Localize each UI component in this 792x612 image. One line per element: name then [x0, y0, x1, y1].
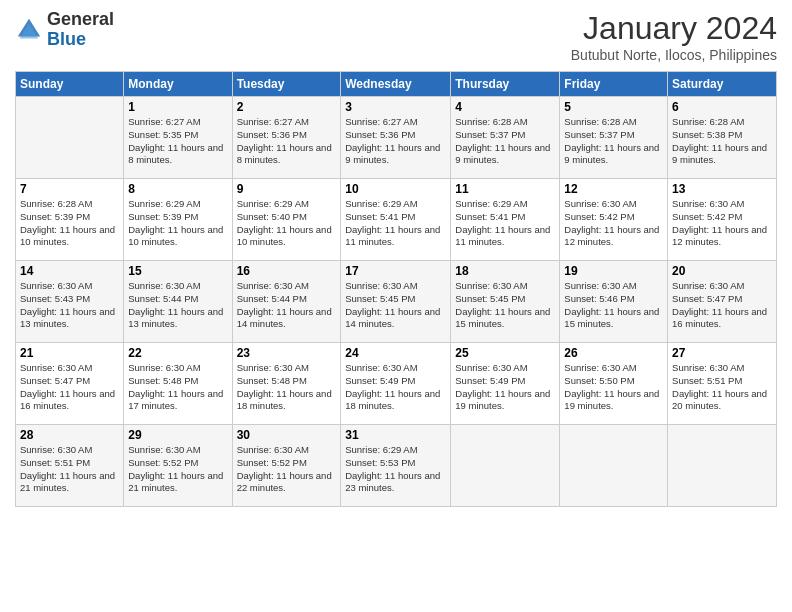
- calendar-cell: 1Sunrise: 6:27 AMSunset: 5:35 PMDaylight…: [124, 97, 232, 179]
- calendar-cell: [668, 425, 777, 507]
- day-number: 9: [237, 182, 337, 196]
- day-info: Sunrise: 6:30 AMSunset: 5:50 PMDaylight:…: [564, 362, 659, 411]
- calendar-cell: 24Sunrise: 6:30 AMSunset: 5:49 PMDayligh…: [341, 343, 451, 425]
- day-number: 12: [564, 182, 663, 196]
- day-info: Sunrise: 6:28 AMSunset: 5:39 PMDaylight:…: [20, 198, 115, 247]
- day-header-sunday: Sunday: [16, 72, 124, 97]
- calendar-cell: [451, 425, 560, 507]
- calendar-week-row: 21Sunrise: 6:30 AMSunset: 5:47 PMDayligh…: [16, 343, 777, 425]
- day-number: 23: [237, 346, 337, 360]
- day-number: 6: [672, 100, 772, 114]
- page-container: General Blue January 2024 Butubut Norte,…: [0, 0, 792, 517]
- day-number: 16: [237, 264, 337, 278]
- day-info: Sunrise: 6:28 AMSunset: 5:37 PMDaylight:…: [455, 116, 550, 165]
- calendar-cell: 7Sunrise: 6:28 AMSunset: 5:39 PMDaylight…: [16, 179, 124, 261]
- day-header-wednesday: Wednesday: [341, 72, 451, 97]
- day-header-friday: Friday: [560, 72, 668, 97]
- calendar-cell: 4Sunrise: 6:28 AMSunset: 5:37 PMDaylight…: [451, 97, 560, 179]
- logo-general-text: General: [47, 9, 114, 29]
- calendar-cell: 11Sunrise: 6:29 AMSunset: 5:41 PMDayligh…: [451, 179, 560, 261]
- day-number: 4: [455, 100, 555, 114]
- calendar-header-row: SundayMondayTuesdayWednesdayThursdayFrid…: [16, 72, 777, 97]
- day-info: Sunrise: 6:29 AMSunset: 5:40 PMDaylight:…: [237, 198, 332, 247]
- day-number: 17: [345, 264, 446, 278]
- day-number: 2: [237, 100, 337, 114]
- calendar-cell: 21Sunrise: 6:30 AMSunset: 5:47 PMDayligh…: [16, 343, 124, 425]
- day-number: 1: [128, 100, 227, 114]
- calendar-cell: 13Sunrise: 6:30 AMSunset: 5:42 PMDayligh…: [668, 179, 777, 261]
- day-number: 29: [128, 428, 227, 442]
- calendar-cell: 25Sunrise: 6:30 AMSunset: 5:49 PMDayligh…: [451, 343, 560, 425]
- calendar-cell: 31Sunrise: 6:29 AMSunset: 5:53 PMDayligh…: [341, 425, 451, 507]
- calendar-cell: 2Sunrise: 6:27 AMSunset: 5:36 PMDaylight…: [232, 97, 341, 179]
- calendar-week-row: 28Sunrise: 6:30 AMSunset: 5:51 PMDayligh…: [16, 425, 777, 507]
- day-info: Sunrise: 6:28 AMSunset: 5:38 PMDaylight:…: [672, 116, 767, 165]
- day-header-monday: Monday: [124, 72, 232, 97]
- calendar-cell: 27Sunrise: 6:30 AMSunset: 5:51 PMDayligh…: [668, 343, 777, 425]
- day-info: Sunrise: 6:30 AMSunset: 5:49 PMDaylight:…: [345, 362, 440, 411]
- day-info: Sunrise: 6:30 AMSunset: 5:42 PMDaylight:…: [564, 198, 659, 247]
- calendar-cell: 12Sunrise: 6:30 AMSunset: 5:42 PMDayligh…: [560, 179, 668, 261]
- day-number: 13: [672, 182, 772, 196]
- header-area: General Blue January 2024 Butubut Norte,…: [15, 10, 777, 63]
- day-info: Sunrise: 6:30 AMSunset: 5:46 PMDaylight:…: [564, 280, 659, 329]
- day-number: 3: [345, 100, 446, 114]
- day-header-saturday: Saturday: [668, 72, 777, 97]
- calendar-cell: 15Sunrise: 6:30 AMSunset: 5:44 PMDayligh…: [124, 261, 232, 343]
- location-subtitle: Butubut Norte, Ilocos, Philippines: [571, 47, 777, 63]
- calendar-cell: 26Sunrise: 6:30 AMSunset: 5:50 PMDayligh…: [560, 343, 668, 425]
- day-number: 20: [672, 264, 772, 278]
- calendar-cell: 5Sunrise: 6:28 AMSunset: 5:37 PMDaylight…: [560, 97, 668, 179]
- day-info: Sunrise: 6:28 AMSunset: 5:37 PMDaylight:…: [564, 116, 659, 165]
- calendar-cell: 16Sunrise: 6:30 AMSunset: 5:44 PMDayligh…: [232, 261, 341, 343]
- calendar-table: SundayMondayTuesdayWednesdayThursdayFrid…: [15, 71, 777, 507]
- day-info: Sunrise: 6:27 AMSunset: 5:36 PMDaylight:…: [237, 116, 332, 165]
- calendar-week-row: 14Sunrise: 6:30 AMSunset: 5:43 PMDayligh…: [16, 261, 777, 343]
- calendar-cell: 20Sunrise: 6:30 AMSunset: 5:47 PMDayligh…: [668, 261, 777, 343]
- day-number: 21: [20, 346, 119, 360]
- day-number: 8: [128, 182, 227, 196]
- day-number: 18: [455, 264, 555, 278]
- day-info: Sunrise: 6:30 AMSunset: 5:45 PMDaylight:…: [345, 280, 440, 329]
- day-number: 30: [237, 428, 337, 442]
- day-info: Sunrise: 6:30 AMSunset: 5:49 PMDaylight:…: [455, 362, 550, 411]
- day-info: Sunrise: 6:29 AMSunset: 5:41 PMDaylight:…: [345, 198, 440, 247]
- calendar-cell: [560, 425, 668, 507]
- calendar-cell: 30Sunrise: 6:30 AMSunset: 5:52 PMDayligh…: [232, 425, 341, 507]
- calendar-cell: 14Sunrise: 6:30 AMSunset: 5:43 PMDayligh…: [16, 261, 124, 343]
- day-info: Sunrise: 6:30 AMSunset: 5:42 PMDaylight:…: [672, 198, 767, 247]
- logo-icon: [15, 16, 43, 44]
- day-info: Sunrise: 6:30 AMSunset: 5:51 PMDaylight:…: [672, 362, 767, 411]
- day-number: 11: [455, 182, 555, 196]
- calendar-week-row: 7Sunrise: 6:28 AMSunset: 5:39 PMDaylight…: [16, 179, 777, 261]
- calendar-cell: 19Sunrise: 6:30 AMSunset: 5:46 PMDayligh…: [560, 261, 668, 343]
- day-info: Sunrise: 6:30 AMSunset: 5:47 PMDaylight:…: [672, 280, 767, 329]
- day-info: Sunrise: 6:30 AMSunset: 5:48 PMDaylight:…: [128, 362, 223, 411]
- calendar-cell: 22Sunrise: 6:30 AMSunset: 5:48 PMDayligh…: [124, 343, 232, 425]
- day-number: 7: [20, 182, 119, 196]
- day-number: 14: [20, 264, 119, 278]
- calendar-cell: 8Sunrise: 6:29 AMSunset: 5:39 PMDaylight…: [124, 179, 232, 261]
- day-number: 22: [128, 346, 227, 360]
- calendar-cell: 17Sunrise: 6:30 AMSunset: 5:45 PMDayligh…: [341, 261, 451, 343]
- day-number: 10: [345, 182, 446, 196]
- month-title: January 2024: [571, 10, 777, 47]
- calendar-cell: 28Sunrise: 6:30 AMSunset: 5:51 PMDayligh…: [16, 425, 124, 507]
- day-number: 19: [564, 264, 663, 278]
- day-info: Sunrise: 6:29 AMSunset: 5:53 PMDaylight:…: [345, 444, 440, 493]
- day-info: Sunrise: 6:27 AMSunset: 5:35 PMDaylight:…: [128, 116, 223, 165]
- calendar-cell: [16, 97, 124, 179]
- day-info: Sunrise: 6:29 AMSunset: 5:41 PMDaylight:…: [455, 198, 550, 247]
- logo: General Blue: [15, 10, 114, 50]
- day-header-thursday: Thursday: [451, 72, 560, 97]
- day-info: Sunrise: 6:30 AMSunset: 5:51 PMDaylight:…: [20, 444, 115, 493]
- day-info: Sunrise: 6:30 AMSunset: 5:52 PMDaylight:…: [128, 444, 223, 493]
- title-area: January 2024 Butubut Norte, Ilocos, Phil…: [571, 10, 777, 63]
- day-number: 25: [455, 346, 555, 360]
- day-number: 31: [345, 428, 446, 442]
- day-number: 27: [672, 346, 772, 360]
- day-info: Sunrise: 6:30 AMSunset: 5:47 PMDaylight:…: [20, 362, 115, 411]
- day-number: 28: [20, 428, 119, 442]
- logo-blue-text: Blue: [47, 29, 86, 49]
- day-info: Sunrise: 6:27 AMSunset: 5:36 PMDaylight:…: [345, 116, 440, 165]
